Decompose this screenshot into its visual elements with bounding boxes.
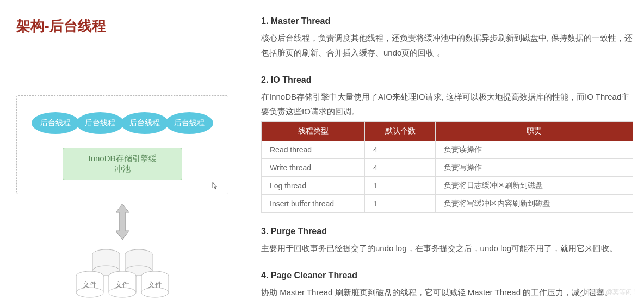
table-header: 线程类型: [262, 122, 365, 141]
svg-point-20: [109, 288, 136, 297]
diagram-container: 后台线程 后台线程 后台线程 后台线程 InnoDB存储引擎缓冲池: [16, 95, 228, 194]
thread-pill: 后台线程: [76, 112, 124, 134]
table-header: 职责: [436, 122, 633, 141]
left-column: 架构-后台线程 后台线程 后台线程 后台线程 后台线程 InnoDB存储引擎缓冲…: [16, 16, 228, 305]
section-cleaner-title: 4. Page Cleaner Thread: [261, 271, 633, 280]
section-io-text: 在InnoDB存储引擎中大量使用了AIO来处理IO请求, 这样可以极大地提高数据…: [261, 89, 633, 119]
disk-cylinders-icon: 文件 文件 文件: [16, 246, 228, 305]
thread-pill: 后台线程: [165, 112, 213, 134]
section-purge-title: 3. Purge Thread: [261, 227, 633, 236]
thread-pill: 后台线程: [121, 112, 169, 134]
right-column: 1. Master Thread 核心后台线程，负责调度其他线程，还负责将缓冲池…: [261, 16, 633, 305]
svg-point-26: [141, 288, 169, 297]
cursor-icon: [212, 182, 220, 191]
thread-pill: 后台线程: [32, 112, 79, 134]
section-cleaner-text: 协助 Master Thread 刷新脏页到磁盘的线程，它可以减轻 Master…: [261, 285, 633, 300]
table-row: Read thread 4 负责读操作: [262, 141, 633, 159]
svg-point-14: [76, 288, 103, 297]
section-master-title: 1. Master Thread: [261, 16, 633, 26]
table-row: Write thread 4 负责写操作: [262, 159, 633, 177]
thread-row: 后台线程 后台线程 后台线程 后台线程: [25, 112, 220, 134]
section-purge-text: 主要用于回收事务已经提交了的undo log，在事务提交之后，undo log可…: [261, 241, 633, 255]
table-row: Log thread 1 负责将日志缓冲区刷新到磁盘: [262, 177, 633, 195]
table-header: 默认个数: [365, 122, 436, 141]
svg-text:文件: 文件: [83, 280, 97, 289]
section-io-title: 2. IO Thread: [261, 75, 633, 85]
table-header-row: 线程类型 默认个数 职责: [262, 122, 633, 141]
section-master-text: 核心后台线程，负责调度其他线程，还负责将缓冲池中的数据异步刷新到磁盘中, 保持数…: [261, 30, 633, 60]
svg-text:文件: 文件: [148, 280, 162, 289]
buffer-pool-box: InnoDB存储引擎缓冲池: [63, 148, 182, 180]
svg-text:文件: 文件: [115, 280, 129, 289]
io-thread-table: 线程类型 默认个数 职责 Read thread 4 负责读操作 Write t…: [261, 121, 633, 213]
table-row: Insert buffer thread 1 负责将写缓冲区内容刷新到磁盘: [262, 195, 633, 213]
page-title: 架构-后台线程: [16, 16, 228, 35]
watermark: CSDN @莫等闲 !: [586, 288, 636, 297]
double-arrow-icon: [16, 203, 228, 241]
